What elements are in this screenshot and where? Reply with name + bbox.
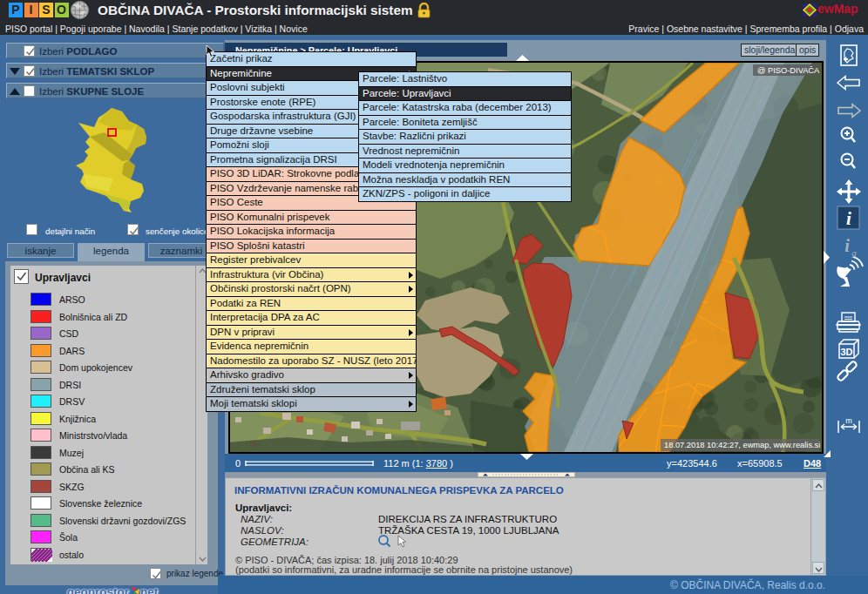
svg-text:m: m — [845, 416, 852, 425]
svg-text:18.07.2018 10:42:27, ewmap, ww: 18.07.2018 10:42:27, ewmap, www.realis.s… — [664, 441, 820, 449]
svg-text:i: i — [844, 236, 850, 255]
svg-text:i: i — [846, 208, 851, 229]
svg-text:3D: 3D — [840, 347, 852, 357]
svg-text:g: g — [851, 247, 857, 258]
svg-text:@ PISO-DIVAČA: @ PISO-DIVAČA — [757, 66, 820, 75]
